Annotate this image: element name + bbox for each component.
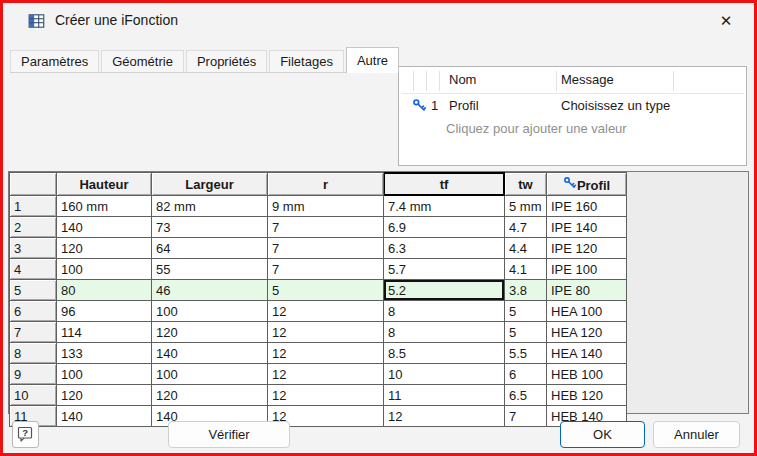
table-cell[interactable]: HEA 140 — [547, 343, 627, 364]
table-cell[interactable]: 5.5 — [505, 343, 547, 364]
table-cell[interactable]: 12 — [268, 322, 384, 343]
param-row-message[interactable]: Choisissez un type — [561, 98, 670, 113]
table-cell[interactable]: 3.8 — [505, 280, 547, 301]
table-cell[interactable]: IPE 140 — [547, 217, 627, 238]
table-cell[interactable]: 140 — [57, 406, 152, 427]
add-value-row[interactable]: Cliquez pour ajouter une valeur — [446, 121, 627, 136]
table-cell[interactable]: 100 — [152, 301, 268, 322]
table-cell[interactable]: 120 — [57, 238, 152, 259]
table-cell[interactable]: 114 — [57, 322, 152, 343]
row-header[interactable]: 10 — [10, 385, 57, 406]
table-cell[interactable]: 120 — [57, 385, 152, 406]
table-cell[interactable]: HEB 100 — [547, 364, 627, 385]
column-header-largeur[interactable]: Largeur — [152, 173, 268, 196]
table-cell[interactable]: IPE 120 — [547, 238, 627, 259]
table-cell[interactable]: 8 — [384, 322, 505, 343]
table-cell[interactable]: IPE 80 — [547, 280, 627, 301]
table-cell[interactable]: HEA 100 — [547, 301, 627, 322]
row-header[interactable]: 6 — [10, 301, 57, 322]
table-cell[interactable]: 96 — [57, 301, 152, 322]
table-cell[interactable]: 5.7 — [384, 259, 505, 280]
table-cell[interactable]: IPE 160 — [547, 196, 627, 217]
panel-header-message: Message — [561, 72, 614, 87]
row-header[interactable]: 7 — [10, 322, 57, 343]
column-header-hauteur[interactable]: Hauteur — [57, 173, 152, 196]
table-cell[interactable]: 9 mm — [268, 196, 384, 217]
table-cell[interactable]: 46 — [152, 280, 268, 301]
tab-autre[interactable]: Autre — [346, 47, 399, 73]
panel-divider — [673, 71, 674, 91]
table-cell[interactable]: 6.9 — [384, 217, 505, 238]
table-cell[interactable]: 4.7 — [505, 217, 547, 238]
row-header[interactable]: 4 — [10, 259, 57, 280]
help-button[interactable]: ? — [12, 421, 39, 448]
table-cell[interactable]: 7 — [505, 406, 547, 427]
table-cell[interactable]: 5 — [505, 301, 547, 322]
column-header-profil[interactable]: Profil — [547, 173, 627, 196]
param-row-index[interactable]: 1 — [431, 98, 438, 113]
table-cell[interactable]: 4.4 — [505, 238, 547, 259]
table-cell[interactable]: 8 — [384, 301, 505, 322]
table-cell[interactable]: 64 — [152, 238, 268, 259]
table-cell[interactable]: 5 — [268, 280, 384, 301]
table-cell[interactable]: 7 — [268, 259, 384, 280]
table-cell[interactable]: HEB 120 — [547, 385, 627, 406]
corner-cell[interactable] — [10, 173, 57, 196]
table-cell[interactable]: 6.3 — [384, 238, 505, 259]
param-row-nom[interactable]: Profil — [449, 98, 479, 113]
table-cell[interactable]: 120 — [152, 322, 268, 343]
table-cell[interactable]: 4.1 — [505, 259, 547, 280]
table-cell[interactable]: 140 — [152, 343, 268, 364]
tab-filetages[interactable]: Filetages — [269, 50, 344, 72]
table-cell[interactable]: 12 — [268, 385, 384, 406]
table-cell[interactable]: 100 — [152, 364, 268, 385]
row-header[interactable]: 5 — [10, 280, 57, 301]
table-cell[interactable]: 55 — [152, 259, 268, 280]
table-cell[interactable]: 5 mm — [505, 196, 547, 217]
table-cell[interactable]: 160 mm — [57, 196, 152, 217]
verify-button[interactable]: Vérifier — [168, 421, 290, 448]
help-icon: ? — [17, 426, 34, 443]
row-header[interactable]: 1 — [10, 196, 57, 217]
tab-geometrie[interactable]: Géométrie — [101, 50, 184, 72]
cancel-button[interactable]: Annuler — [653, 421, 740, 448]
selected-cell[interactable]: 5.2 — [384, 280, 505, 301]
tab-parametres[interactable]: Paramètres — [10, 50, 99, 72]
table-cell[interactable]: 82 mm — [152, 196, 268, 217]
table-cell[interactable]: 11 — [384, 385, 505, 406]
ok-button[interactable]: OK — [560, 421, 645, 448]
table-cell[interactable]: 120 — [152, 385, 268, 406]
panel-divider — [439, 71, 440, 91]
tab-proprietes[interactable]: Propriétés — [186, 50, 267, 72]
panel-divider — [413, 71, 414, 91]
row-header[interactable]: 3 — [10, 238, 57, 259]
table-cell[interactable]: 140 — [57, 217, 152, 238]
table-cell[interactable]: 12 — [268, 301, 384, 322]
table-cell[interactable]: 12 — [268, 364, 384, 385]
table-cell[interactable]: 7 — [268, 217, 384, 238]
table-cell[interactable]: 6.5 — [505, 385, 547, 406]
column-header-tw[interactable]: tw — [505, 173, 547, 196]
table-cell[interactable]: 7.4 mm — [384, 196, 505, 217]
table-cell[interactable]: 7 — [268, 238, 384, 259]
table-cell[interactable]: 6 — [505, 364, 547, 385]
table-cell[interactable]: 12 — [268, 343, 384, 364]
panel-header-nom: Nom — [449, 72, 476, 87]
table-cell[interactable]: IPE 100 — [547, 259, 627, 280]
row-header[interactable]: 2 — [10, 217, 57, 238]
table-cell[interactable]: 5 — [505, 322, 547, 343]
table-cell[interactable]: 100 — [57, 259, 152, 280]
row-header[interactable]: 9 — [10, 364, 57, 385]
table-cell[interactable]: 133 — [57, 343, 152, 364]
table-cell[interactable]: 73 — [152, 217, 268, 238]
column-header-tf[interactable]: tf — [384, 173, 505, 196]
close-button[interactable]: ✕ — [704, 4, 748, 38]
table-cell[interactable]: 8.5 — [384, 343, 505, 364]
table-cell[interactable]: 10 — [384, 364, 505, 385]
row-header[interactable]: 8 — [10, 343, 57, 364]
table-cell[interactable]: HEA 120 — [547, 322, 627, 343]
table-cell[interactable]: 100 — [57, 364, 152, 385]
column-header-r[interactable]: r — [268, 173, 384, 196]
table-cell[interactable]: 12 — [384, 406, 505, 427]
table-cell[interactable]: 80 — [57, 280, 152, 301]
